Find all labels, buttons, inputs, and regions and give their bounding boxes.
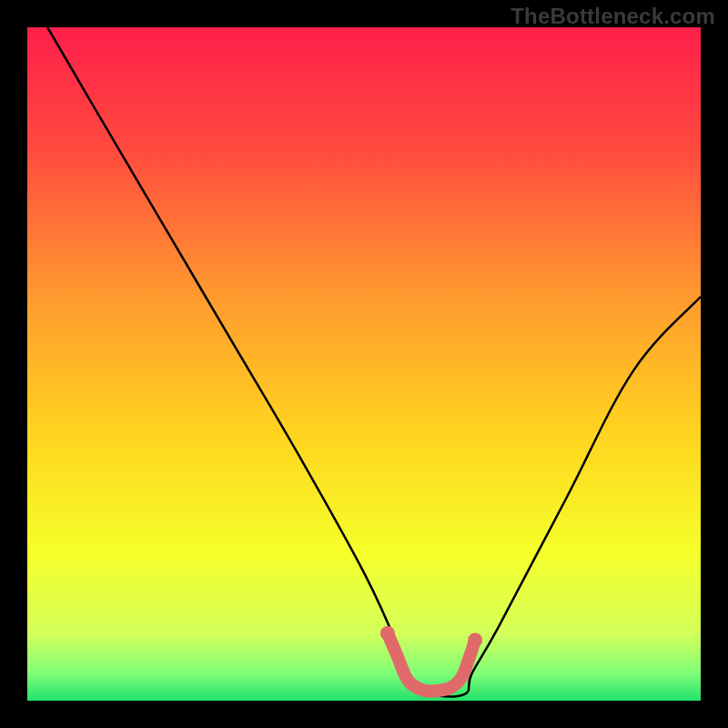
watermark-text: TheBottleneck.com xyxy=(511,4,715,29)
svg-point-1 xyxy=(468,632,482,647)
bottleneck-chart xyxy=(0,0,728,728)
svg-point-0 xyxy=(380,626,395,641)
chart-frame: TheBottleneck.com xyxy=(0,0,728,728)
plot-background xyxy=(27,27,701,701)
